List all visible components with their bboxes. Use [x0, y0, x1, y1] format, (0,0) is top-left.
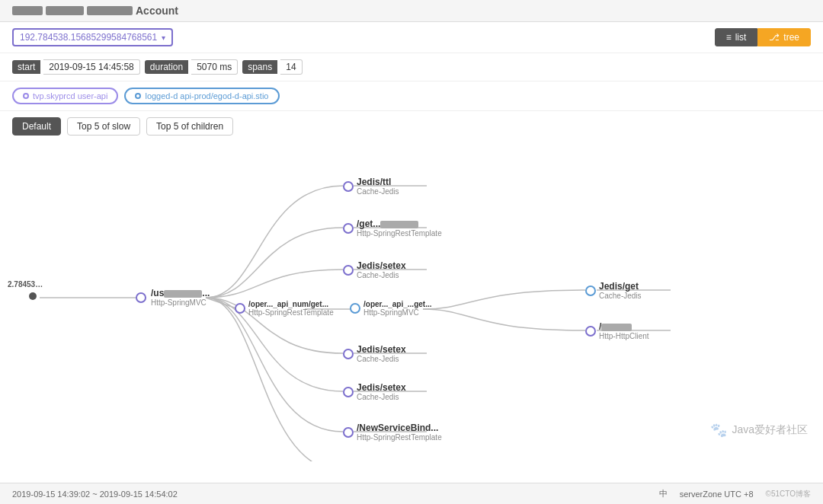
server-zone: serverZone UTC +8: [680, 490, 754, 499]
breadcrumb-account: Account: [136, 5, 178, 17]
jedis-get-node[interactable]: Jedis/get Cache-Jedis: [585, 281, 642, 300]
filter-label-1: tvp.skyprcd user-api: [33, 91, 107, 100]
n4-node[interactable]: /oper..._api_num/get... Http-SpringRestT…: [235, 300, 334, 317]
tree-area: 2.784538.15685299... /us... Http-SpringM…: [0, 142, 823, 461]
list-view-button[interactable]: ≡ list: [715, 28, 758, 46]
time-range: 2019-09-15 14:39:02 ~ 2019-09-15 14:54:0…: [12, 490, 178, 499]
trace-id-box[interactable]: 192.784538.15685299584768561 ▾: [12, 28, 173, 46]
trace-id-chevron: ▾: [162, 33, 165, 42]
jedis-ttl-node[interactable]: Jedis/ttl Cache-Jedis: [343, 177, 399, 196]
duration-badge: duration 5070 ms: [145, 59, 238, 75]
start-badge: start 2019-09-15 14:45:58: [12, 59, 140, 75]
filter-pill-2[interactable]: logged-d api-prod/egod-d-api.stio: [124, 88, 279, 104]
root-node: [29, 292, 37, 300]
jedis-setex-2-node[interactable]: Jedis/setex Cache-Jedis: [343, 344, 406, 363]
lang-indicator[interactable]: 中: [659, 488, 668, 499]
jedis-setex-1-node[interactable]: Jedis/setex Cache-Jedis: [343, 260, 406, 279]
root-node-label: 2.784538.15685299...: [8, 280, 46, 289]
trace-id-value: 192.784538.15685299584768561: [20, 32, 157, 43]
filter-label-2: logged-d api-prod/egod-d-api.stio: [145, 91, 268, 100]
meta-bar: start 2019-09-15 14:45:58 duration 5070 …: [0, 53, 823, 81]
new-service-bind-node[interactable]: /NewServiceBind... Http-SpringRestTempla…: [343, 423, 442, 442]
jedis-setex-3-node[interactable]: Jedis/setex Cache-Jedis: [343, 382, 406, 401]
n4child-node[interactable]: /oper..._api_...get... Http-SpringMVC: [350, 300, 431, 317]
default-sort-button[interactable]: Default: [12, 117, 61, 136]
list-icon: ≡: [726, 32, 732, 43]
breadcrumb: Account: [12, 5, 178, 17]
view-toggle: ≡ list ⎇ tree: [715, 28, 811, 46]
get-blurred-node[interactable]: /get... Http-SpringRestTemplate: [343, 219, 442, 238]
watermark: 🐾 Java爱好者社区: [710, 422, 808, 439]
spans-badge: spans 14: [242, 59, 302, 75]
filter-dot-2: [135, 93, 141, 99]
filter-bar: tvp.skyprcd user-api logged-d api-prod/e…: [0, 81, 823, 111]
tree-icon: ⎇: [769, 32, 780, 43]
tree-view-button[interactable]: ⎇ tree: [757, 28, 811, 46]
bottom-bar: 2019-09-15 14:39:02 ~ 2019-09-15 14:54:0…: [0, 483, 823, 504]
filter-dot-1: [23, 93, 29, 99]
filter-pill-1[interactable]: tvp.skyprcd user-api: [12, 88, 118, 104]
copyright: ©51CTO博客: [766, 489, 811, 499]
top-bar: Account: [0, 0, 823, 22]
top5children-sort-button[interactable]: Top 5 of children: [146, 117, 233, 136]
httpclient-node[interactable]: / Http-HttpClient: [585, 321, 649, 340]
sort-bar: Default Top 5 of slow Top 5 of children: [0, 111, 823, 142]
main-node[interactable]: /us... Http-SpringMVC: [136, 288, 210, 307]
top5slow-sort-button[interactable]: Top 5 of slow: [67, 117, 140, 136]
